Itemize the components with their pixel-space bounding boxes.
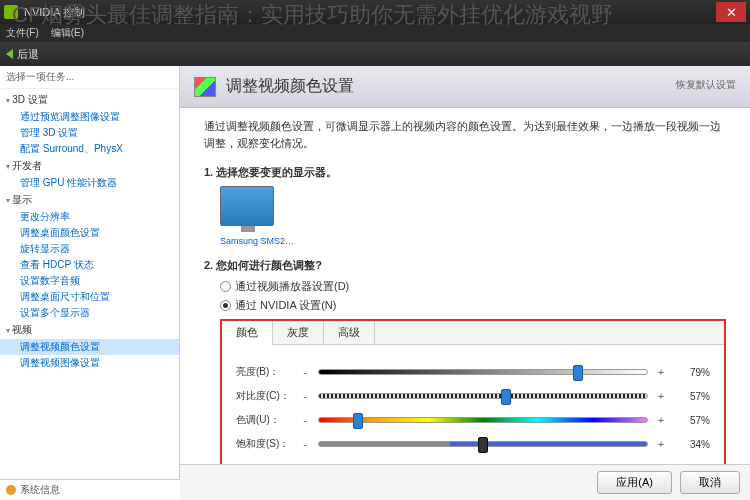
slider-track[interactable] (318, 441, 648, 447)
tree-group[interactable]: 开发者 (0, 157, 179, 175)
footer: 应用(A) 取消 (180, 464, 750, 500)
slider-value: 57% (674, 415, 710, 426)
monitor-label: Samsung SMS2… (220, 236, 726, 246)
tree-item[interactable]: 设置数字音频 (0, 273, 179, 289)
tab-gamma[interactable]: 灰度 (273, 321, 324, 344)
sidebar-header: 选择一项任务... (0, 66, 179, 89)
window-title: NVIDIA 控制 (24, 5, 716, 20)
slider-row: 色调(U)：-+57% (236, 413, 710, 427)
plus-icon: + (656, 390, 666, 402)
radio-nvidia[interactable]: 通过 NVIDIA 设置(N) (220, 298, 726, 313)
slider-track[interactable] (318, 417, 648, 423)
slider-label: 亮度(B)： (236, 365, 292, 379)
tree-group[interactable]: 3D 设置 (0, 91, 179, 109)
tab-color[interactable]: 颜色 (222, 321, 273, 345)
tree-group[interactable]: 视频 (0, 321, 179, 339)
slider-value: 79% (674, 367, 710, 378)
slider-value: 34% (674, 439, 710, 450)
slider-row: 饱和度(S)：-+34% (236, 437, 710, 451)
highlight-box: 颜色 灰度 高级 亮度(B)：-+79%对比度(C)：-+57%色调(U)：-+… (220, 319, 726, 464)
slider-track[interactable] (318, 393, 648, 399)
minus-icon: - (300, 390, 310, 402)
tree-group[interactable]: 显示 (0, 191, 179, 209)
plus-icon: + (656, 438, 666, 450)
color-bars-icon (194, 77, 216, 97)
sidebar: 选择一项任务... 3D 设置通过预览调整图像设置管理 3D 设置配置 Surr… (0, 66, 180, 500)
restore-defaults-link[interactable]: 恢复默认设置 (676, 78, 736, 92)
sysinfo-link[interactable]: 系统信息 (0, 479, 180, 500)
slider-track[interactable] (318, 369, 648, 375)
description: 通过调整视频颜色设置，可微调显示器上的视频内容的颜色设置。为达到最佳效果，一边播… (204, 118, 726, 151)
tree-item[interactable]: 更改分辨率 (0, 209, 179, 225)
menu-file[interactable]: 文件(F) (6, 26, 39, 40)
radio-icon (220, 281, 231, 292)
slider-value: 57% (674, 391, 710, 402)
radio-icon-checked (220, 300, 231, 311)
slider-thumb[interactable] (501, 389, 511, 405)
back-button[interactable]: 后退 (6, 47, 39, 62)
back-arrow-icon (6, 49, 13, 59)
tab-advanced[interactable]: 高级 (324, 321, 375, 344)
tree-item[interactable]: 管理 GPU 性能计数器 (0, 175, 179, 191)
page-title: 调整视频颜色设置 (226, 76, 354, 97)
slider-thumb[interactable] (573, 365, 583, 381)
step2-title: 2. 您如何进行颜色调整? (204, 258, 726, 273)
menu-edit[interactable]: 编辑(E) (51, 26, 84, 40)
titlebar: NVIDIA 控制 (0, 0, 750, 24)
tree-item[interactable]: 配置 Surround、PhysX (0, 141, 179, 157)
slider-row: 亮度(B)：-+79% (236, 365, 710, 379)
tree-item[interactable]: 查看 HDCP 状态 (0, 257, 179, 273)
info-icon (6, 485, 16, 495)
menubar: 文件(F) 编辑(E) (0, 24, 750, 42)
monitor-icon[interactable] (220, 186, 274, 226)
slider-label: 对比度(C)： (236, 389, 292, 403)
plus-icon: + (656, 414, 666, 426)
slider-row: 对比度(C)：-+57% (236, 389, 710, 403)
slider-thumb[interactable] (353, 413, 363, 429)
minus-icon: - (300, 414, 310, 426)
apply-button[interactable]: 应用(A) (597, 471, 672, 494)
minus-icon: - (300, 366, 310, 378)
tree-item[interactable]: 调整视频颜色设置 (0, 339, 179, 355)
tree-item[interactable]: 调整桌面颜色设置 (0, 225, 179, 241)
close-button[interactable] (716, 2, 746, 22)
plus-icon: + (656, 366, 666, 378)
nvidia-icon (4, 5, 18, 19)
content-pane: 调整视频颜色设置 恢复默认设置 通过调整视频颜色设置，可微调显示器上的视频内容的… (180, 66, 750, 500)
toolbar: 后退 (0, 42, 750, 66)
slider-thumb[interactable] (478, 437, 488, 453)
tree-item[interactable]: 管理 3D 设置 (0, 125, 179, 141)
tree-item[interactable]: 通过预览调整图像设置 (0, 109, 179, 125)
slider-label: 饱和度(S)： (236, 437, 292, 451)
tabs: 颜色 灰度 高级 (222, 321, 724, 345)
tree-item[interactable]: 调整桌面尺寸和位置 (0, 289, 179, 305)
tree-item[interactable]: 旋转显示器 (0, 241, 179, 257)
cancel-button[interactable]: 取消 (680, 471, 740, 494)
radio-player[interactable]: 通过视频播放器设置(D) (220, 279, 726, 294)
minus-icon: - (300, 438, 310, 450)
tree-item[interactable]: 设置多个显示器 (0, 305, 179, 321)
tree-item[interactable]: 调整视频图像设置 (0, 355, 179, 371)
step1-title: 1. 选择您要变更的显示器。 (204, 165, 726, 180)
slider-label: 色调(U)： (236, 413, 292, 427)
